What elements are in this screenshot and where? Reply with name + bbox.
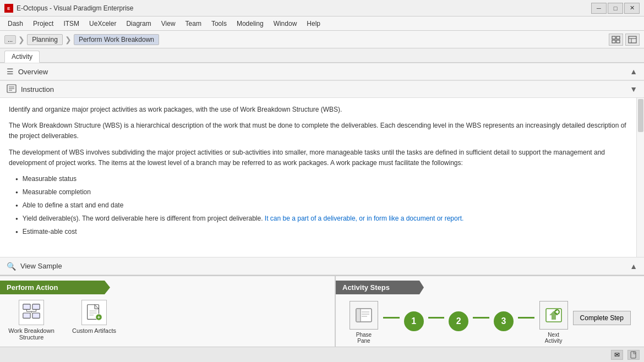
phase-pane-icon bbox=[350, 301, 378, 330]
connector-1 bbox=[383, 317, 400, 319]
window-controls: ─ □ ✕ bbox=[591, 3, 640, 14]
menu-uexceler[interactable]: UeXceler bbox=[85, 19, 121, 29]
close-button[interactable]: ✕ bbox=[624, 3, 640, 14]
instruction-para-3: The development of WBS involves subdivid… bbox=[9, 147, 635, 168]
step-next-activity[interactable]: Next Activity bbox=[539, 301, 569, 344]
menu-diagram[interactable]: Diagram bbox=[122, 19, 155, 29]
bullet-4: Yield deliverable(s). The word deliverab… bbox=[15, 213, 635, 223]
svg-rect-4 bbox=[612, 40, 615, 43]
breadcrumb-perform-work-breakdown[interactable]: Perform Work Breakdown bbox=[74, 34, 159, 45]
menu-modeling[interactable]: Modeling bbox=[232, 19, 268, 29]
breadcrumb-sep-1: ❯ bbox=[18, 35, 25, 44]
status-bar: ✉ bbox=[0, 347, 644, 362]
phase-pane-label: Phase Pane bbox=[349, 332, 379, 344]
menu-window[interactable]: Window bbox=[269, 19, 302, 29]
bullet-2: Measurable completion bbox=[15, 187, 635, 197]
overview-icon: ☰ bbox=[7, 67, 14, 76]
svg-text:+: + bbox=[97, 314, 101, 320]
file-icon[interactable] bbox=[627, 350, 640, 360]
custom-artifacts-icon: + bbox=[81, 300, 107, 325]
instruction-section-header[interactable]: Instruction ▼ bbox=[0, 80, 644, 98]
instruction-para-1: Identify and organize major project acti… bbox=[9, 105, 635, 115]
connector-3 bbox=[473, 317, 489, 319]
steps-row: Phase Pane 1 2 3 bbox=[336, 298, 644, 347]
activity-steps-panel: Activity Steps Phase Pane 1 bbox=[336, 276, 644, 347]
svg-rect-5 bbox=[616, 40, 620, 43]
search-icon: 🔍 bbox=[7, 262, 16, 271]
instruction-content: Identify and organize major project acti… bbox=[0, 98, 644, 257]
svg-text:E: E bbox=[7, 6, 10, 11]
minimize-button[interactable]: ─ bbox=[591, 3, 607, 14]
bottom-panel: Perform Action Work Breakdown bbox=[0, 275, 644, 347]
menu-bar: Dash Project ITSM UeXceler Diagram View … bbox=[0, 17, 644, 31]
bullet-3: Able to define a start and end date bbox=[15, 200, 635, 210]
overview-title: Overview bbox=[18, 68, 630, 76]
complete-step-button[interactable]: Complete Step bbox=[573, 311, 631, 325]
breadcrumb-planning[interactable]: Planning bbox=[27, 34, 63, 45]
tab-activity[interactable]: Activity bbox=[4, 51, 40, 63]
activity-steps-header: Activity Steps bbox=[336, 281, 424, 294]
perform-action-panel: Perform Action Work Breakdown bbox=[0, 276, 336, 347]
perform-action-items: Work Breakdown Structure + Custom Artifa… bbox=[0, 298, 335, 343]
svg-rect-14 bbox=[32, 304, 40, 309]
tab-bar: Activity bbox=[0, 48, 644, 63]
step-circle-2[interactable]: 2 bbox=[449, 311, 468, 331]
menu-help[interactable]: Help bbox=[302, 19, 325, 29]
step-phase-pane[interactable]: Phase Pane bbox=[349, 301, 379, 344]
menu-project[interactable]: Project bbox=[29, 19, 58, 29]
menu-itsm[interactable]: ITSM bbox=[59, 19, 84, 29]
app-title: E-Octopus - Visual Paradigm Enterprise bbox=[17, 4, 591, 12]
svg-rect-6 bbox=[629, 36, 636, 43]
main-content: ☰ Overview ▲ Instruction ▼ Identify and … bbox=[0, 63, 644, 275]
bullet-5: Estimate-able cost bbox=[15, 227, 635, 237]
bullet-1: Measurable status bbox=[15, 174, 635, 184]
title-bar: E E-Octopus - Visual Paradigm Enterprise… bbox=[0, 0, 644, 17]
email-icon[interactable]: ✉ bbox=[611, 350, 623, 360]
step-circle-3[interactable]: 3 bbox=[494, 311, 514, 331]
breadcrumb-bar: ... ❯ Planning ❯ Perform Work Breakdown bbox=[0, 31, 644, 48]
menu-team[interactable]: Team bbox=[181, 19, 206, 29]
svg-rect-34 bbox=[631, 352, 636, 358]
svg-rect-13 bbox=[23, 304, 30, 309]
menu-view[interactable]: View bbox=[157, 19, 180, 29]
menu-dash[interactable]: Dash bbox=[3, 19, 28, 29]
breadcrumb-icons bbox=[609, 34, 640, 46]
scrollbar-thumb[interactable] bbox=[638, 99, 643, 132]
breadcrumb-icon-view[interactable] bbox=[625, 34, 640, 46]
step-circle-1[interactable]: 1 bbox=[404, 311, 424, 331]
breadcrumb: ... ❯ Planning ❯ Perform Work Breakdown bbox=[4, 34, 159, 45]
svg-rect-15 bbox=[23, 313, 30, 318]
breadcrumb-icon-grid[interactable] bbox=[609, 34, 623, 46]
custom-artifacts-label: Custom Artifacts bbox=[72, 327, 116, 334]
breadcrumb-sep-2: ❯ bbox=[65, 35, 72, 44]
connector-4 bbox=[518, 317, 534, 319]
instruction-title: Instruction bbox=[21, 85, 630, 94]
overview-toggle: ▲ bbox=[630, 67, 637, 76]
svg-rect-16 bbox=[32, 313, 40, 318]
next-activity-icon bbox=[539, 301, 568, 330]
app-icon: E bbox=[4, 4, 13, 13]
instruction-icon bbox=[7, 84, 17, 95]
view-sample-title: View Sample bbox=[20, 262, 630, 270]
overview-section-header[interactable]: ☰ Overview ▲ bbox=[0, 63, 644, 80]
wbs-label: Work Breakdown Structure bbox=[7, 327, 56, 341]
connector-2 bbox=[428, 317, 445, 319]
scrollbar-track bbox=[636, 98, 644, 257]
bullet-4-highlight: It can be a part of a deliverable, or in… bbox=[265, 215, 464, 222]
instruction-bullets: Measurable status Measurable completion … bbox=[15, 174, 635, 237]
svg-rect-28 bbox=[356, 309, 361, 322]
action-item-wbs[interactable]: Work Breakdown Structure bbox=[7, 300, 56, 341]
instruction-para-2: The Work Breakdown Structure (WBS) is a … bbox=[9, 120, 635, 141]
svg-rect-3 bbox=[616, 36, 620, 39]
view-sample-toggle: ▲ bbox=[630, 262, 637, 271]
view-sample-header[interactable]: 🔍 View Sample ▲ bbox=[0, 257, 644, 275]
step-1[interactable]: 1 bbox=[404, 311, 424, 333]
breadcrumb-dots[interactable]: ... bbox=[4, 35, 16, 44]
step-2[interactable]: 2 bbox=[449, 311, 468, 333]
menu-tools[interactable]: Tools bbox=[207, 19, 231, 29]
svg-rect-2 bbox=[612, 36, 615, 39]
perform-action-header: Perform Action bbox=[0, 281, 110, 294]
step-3[interactable]: 3 bbox=[494, 311, 514, 333]
action-item-custom[interactable]: + Custom Artifacts bbox=[69, 300, 119, 341]
maximize-button[interactable]: □ bbox=[608, 3, 623, 14]
